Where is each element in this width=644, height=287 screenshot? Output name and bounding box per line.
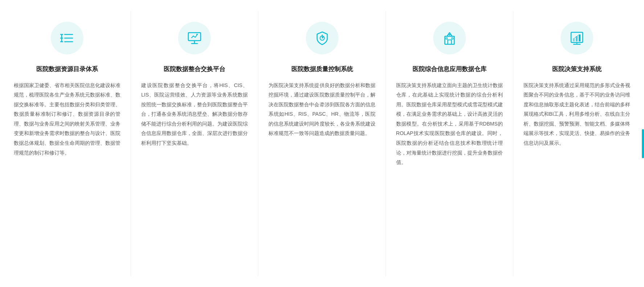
shield-icon-circle — [306, 22, 339, 54]
svg-rect-18 — [448, 40, 451, 44]
page-container: 医院数据资源目录体系 根据国家卫健委、省市相关医院信息化建设标准规范，梳理医院各… — [0, 0, 644, 287]
card-4-body: 医院决策支持系统建立面向主题的卫生统计数据仓库，在此基础上实现统计数据的综合分析… — [396, 81, 503, 167]
building-icon-circle — [433, 22, 466, 54]
svg-rect-26 — [573, 38, 575, 41]
card-2-body: 建设医院数据整合交换平台，将HIS、CIS、LIS、医院运营绩效、人力资源等业务… — [141, 81, 248, 148]
card-1: 医院数据资源目录体系 根据国家卫健委、省市相关医院信息化建设标准规范，梳理医院各… — [4, 11, 131, 276]
teal-scroll-bar[interactable] — [642, 129, 644, 158]
list-icon — [59, 30, 75, 46]
monitor-icon — [186, 30, 203, 46]
card-5-title: 医院决策支持系统 — [552, 65, 602, 74]
list-icon-circle — [51, 22, 83, 54]
card-5-body: 医院决策支持系统通过采用规范的多形式业务视图聚合不同的业务信息，基于不同的业务访… — [524, 81, 630, 148]
svg-point-13 — [196, 34, 198, 35]
cards-wrapper: 医院数据资源目录体系 根据国家卫健委、省市相关医院信息化建设标准规范，梳理医院各… — [4, 11, 640, 276]
card-4-title: 医院综合信息应用数据仓库 — [413, 65, 487, 74]
svg-rect-20 — [452, 38, 453, 39]
building-icon — [441, 30, 458, 46]
chart-icon — [569, 30, 585, 46]
svg-rect-28 — [579, 34, 581, 41]
card-3-body: 为医院决策支持系统提供良好的数据分析和数据挖掘环境，通过建设医院数据质量控制平台… — [268, 81, 375, 139]
svg-point-21 — [449, 34, 450, 36]
card-1-title: 医院数据资源目录体系 — [36, 65, 98, 74]
card-3-title: 医院数据质量控制系统 — [291, 65, 353, 74]
card-1-body: 根据国家卫健委、省市相关医院信息化建设标准规范，梳理医院各生产业务系统元数据标准… — [14, 81, 120, 158]
card-2: 医院数据整合交换平台 建设医院数据整合交换平台，将HIS、CIS、LIS、医院运… — [131, 11, 258, 276]
svg-rect-19 — [446, 38, 447, 39]
card-2-title: 医院数据整合交换平台 — [164, 65, 225, 74]
card-4: 医院综合信息应用数据仓库 医院决策支持系统建立面向主题的卫生统计数据仓库，在此基… — [386, 11, 513, 276]
chart-icon-circle — [561, 22, 593, 54]
monitor-icon-circle — [178, 22, 211, 54]
card-3: 医院数据质量控制系统 为医院决策支持系统提供良好的数据分析和数据挖掘环境，通过建… — [258, 11, 386, 276]
card-5: 医院决策支持系统 医院决策支持系统通过采用规范的多形式业务视图聚合不同的业务信息… — [513, 11, 640, 276]
shield-icon — [314, 30, 331, 46]
svg-rect-27 — [576, 36, 578, 41]
